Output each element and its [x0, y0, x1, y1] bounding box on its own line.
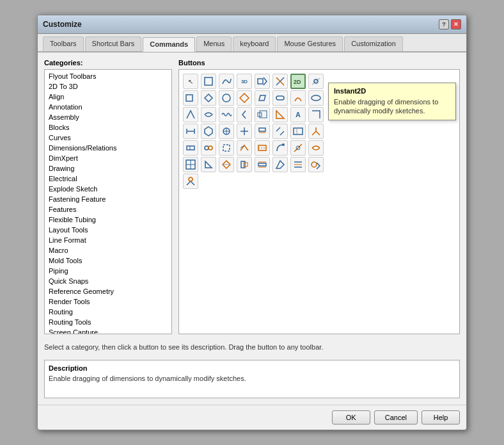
tab-mouse-gestures[interactable]: Mouse Gestures	[277, 36, 343, 51]
icon-3d[interactable]: 3D	[237, 74, 252, 89]
category-item[interactable]: Blocks	[45, 122, 171, 133]
icon-offset[interactable]	[255, 107, 270, 122]
category-item[interactable]: DimXpert	[45, 153, 171, 163]
svg-marker-10	[240, 93, 249, 102]
svg-rect-45	[244, 163, 248, 166]
help-button[interactable]: Help	[421, 410, 460, 425]
icon-r7a[interactable]	[183, 174, 198, 189]
icon-r6a[interactable]	[183, 157, 198, 172]
category-item[interactable]: Reference Geometry	[45, 286, 171, 296]
icon-instant2d[interactable]: 2D	[290, 74, 306, 89]
icon-text[interactable]: A	[290, 107, 306, 122]
category-item[interactable]: Render Tools	[45, 296, 171, 307]
icon-r4a[interactable]	[183, 124, 198, 139]
icon-r3a[interactable]	[183, 107, 198, 122]
icon-r3b[interactable]	[201, 107, 216, 122]
icon-r6b[interactable]	[201, 157, 216, 172]
close-title-btn[interactable]: ✕	[451, 19, 461, 29]
tab-customization[interactable]: Customization	[344, 36, 403, 51]
category-item[interactable]: Drawing	[45, 163, 171, 174]
category-item[interactable]: Layout Tools	[45, 225, 171, 235]
help-title-btn[interactable]: ?	[439, 19, 449, 29]
icon-r3h[interactable]	[308, 107, 324, 122]
icon-r6c[interactable]	[219, 157, 234, 172]
icon-ellipse[interactable]	[308, 90, 324, 106]
icon-convert[interactable]	[255, 74, 270, 89]
category-item[interactable]: Mold Tools	[45, 255, 171, 266]
icon-r5c[interactable]	[219, 140, 234, 156]
icon-r4f[interactable]	[272, 124, 288, 139]
icon-r4b[interactable]	[201, 124, 216, 139]
icon-circle[interactable]	[219, 90, 234, 106]
icon-r6h[interactable]	[308, 157, 324, 172]
tab-shortcut-bars[interactable]: Shortcut Bars	[85, 36, 142, 51]
icon-r6d[interactable]	[237, 157, 252, 172]
icon-diamond[interactable]	[201, 90, 216, 106]
icon-corner-rect[interactable]	[272, 107, 288, 122]
svg-text:2D: 2D	[294, 79, 301, 85]
category-item[interactable]: 2D To 3D	[45, 81, 171, 92]
description-section: Description Enable dragging of dimension…	[44, 360, 460, 398]
icon-r4g[interactable]	[290, 124, 306, 139]
ok-button[interactable]: OK	[332, 410, 370, 425]
svg-rect-0	[205, 77, 212, 85]
tab-toolbars[interactable]: Toolbars	[43, 36, 84, 51]
category-item[interactable]: Explode Sketch	[45, 184, 171, 194]
categories-label: Categories:	[44, 59, 172, 67]
category-item[interactable]: Line Format	[45, 235, 171, 245]
category-item[interactable]: Fastening Feature	[45, 194, 171, 204]
icon-arc[interactable]	[290, 90, 306, 106]
category-item[interactable]: Curves	[45, 133, 171, 143]
category-item[interactable]: Macro	[45, 245, 171, 255]
icon-r5b[interactable]	[201, 140, 216, 156]
cancel-button[interactable]: Cancel	[374, 410, 418, 425]
icon-trim[interactable]	[272, 74, 288, 89]
category-item[interactable]: Flyout Toolbars	[45, 71, 171, 81]
icon-r5a[interactable]	[183, 140, 198, 156]
category-item[interactable]: Electrical	[45, 174, 171, 184]
categories-list[interactable]: Flyout Toolbars2D To 3DAlignAnnotationAs…	[44, 69, 172, 334]
categories-panel: Categories: Flyout Toolbars2D To 3DAlign…	[44, 59, 172, 334]
icon-r5f[interactable]	[272, 140, 288, 156]
category-item[interactable]: Dimensions/Relations	[45, 143, 171, 153]
icon-r6f[interactable]	[272, 157, 288, 172]
svg-point-13	[311, 95, 320, 101]
category-item[interactable]: Annotation	[45, 102, 171, 112]
tab-keyboard[interactable]: keyboard	[233, 36, 276, 51]
category-item[interactable]: Align	[45, 92, 171, 102]
category-item[interactable]: Routing	[45, 307, 171, 317]
svg-line-38	[294, 144, 302, 152]
icon-r5g[interactable]	[290, 140, 306, 156]
icon-r4h[interactable]	[308, 124, 324, 139]
icon-sketch-rect[interactable]	[201, 74, 216, 89]
icon-r2[interactable]	[183, 90, 198, 106]
icon-perimeter[interactable]	[237, 90, 252, 106]
icon-spline[interactable]	[219, 74, 234, 89]
icon-r4d[interactable]	[237, 124, 252, 139]
icon-bracket[interactable]	[237, 107, 252, 122]
icon-r5d[interactable]	[237, 140, 252, 156]
icon-r6e[interactable]	[255, 157, 270, 172]
category-item[interactable]: Quick Snaps	[45, 276, 171, 286]
icon-r5e[interactable]	[255, 140, 270, 156]
icon-dimension[interactable]	[308, 74, 324, 89]
category-item[interactable]: Assembly	[45, 112, 171, 122]
category-item[interactable]: Flexible Tubing	[45, 214, 171, 225]
icon-r5h[interactable]	[308, 140, 324, 156]
icon-r4c[interactable]	[219, 124, 234, 139]
customize-window: Customize ? ✕ Toolbars Shortcut Bars Com…	[37, 15, 467, 430]
icon-r6g[interactable]	[290, 157, 306, 172]
category-item[interactable]: Features	[45, 204, 171, 214]
icon-wave[interactable]	[219, 107, 234, 122]
icon-r4e[interactable]	[255, 124, 270, 139]
tab-commands[interactable]: Commands	[143, 37, 195, 52]
svg-rect-7	[186, 95, 193, 101]
tab-menus[interactable]: Menus	[196, 36, 232, 51]
icon-slot[interactable]	[272, 90, 288, 106]
svg-point-37	[282, 143, 285, 146]
category-item[interactable]: Screen Capture	[45, 327, 171, 334]
icon-cursor[interactable]: ↖	[183, 74, 198, 89]
category-item[interactable]: Piping	[45, 266, 171, 276]
category-item[interactable]: Routing Tools	[45, 317, 171, 327]
icon-para[interactable]	[255, 90, 270, 106]
